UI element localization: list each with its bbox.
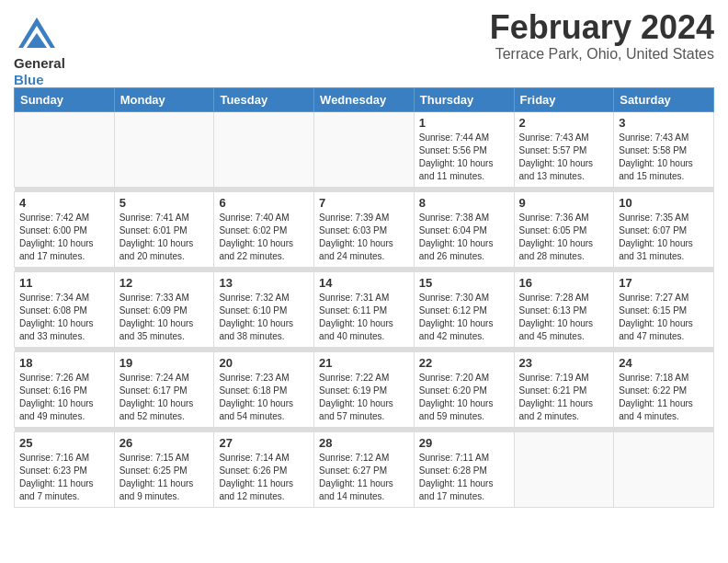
calendar-day-cell: 26Sunrise: 7:15 AM Sunset: 6:25 PM Dayli… [114, 432, 214, 508]
calendar-week-row: 4Sunrise: 7:42 AM Sunset: 6:00 PM Daylig… [15, 192, 714, 268]
calendar-week-row: 18Sunrise: 7:26 AM Sunset: 6:16 PM Dayli… [15, 352, 714, 428]
day-number: 11 [19, 276, 109, 290]
day-number: 5 [119, 196, 210, 210]
weekday-header-sunday: Sunday [15, 88, 115, 112]
day-info: Sunrise: 7:15 AM Sunset: 6:25 PM Dayligh… [119, 452, 210, 503]
day-info: Sunrise: 7:33 AM Sunset: 6:09 PM Dayligh… [119, 292, 210, 343]
day-number: 14 [319, 276, 409, 290]
calendar-day-cell: 18Sunrise: 7:26 AM Sunset: 6:16 PM Dayli… [15, 352, 115, 428]
day-number: 9 [519, 196, 609, 210]
calendar-day-cell: 11Sunrise: 7:34 AM Sunset: 6:08 PM Dayli… [15, 272, 115, 348]
day-number: 7 [319, 196, 409, 210]
calendar-day-cell: 23Sunrise: 7:19 AM Sunset: 6:21 PM Dayli… [514, 352, 614, 428]
calendar-day-cell: 8Sunrise: 7:38 AM Sunset: 6:04 PM Daylig… [414, 192, 514, 268]
calendar-week-row: 11Sunrise: 7:34 AM Sunset: 6:08 PM Dayli… [15, 272, 714, 348]
calendar-day-cell: 29Sunrise: 7:11 AM Sunset: 6:28 PM Dayli… [414, 432, 514, 508]
calendar-day-cell [314, 112, 415, 188]
day-info: Sunrise: 7:38 AM Sunset: 6:04 PM Dayligh… [419, 212, 509, 263]
day-info: Sunrise: 7:26 AM Sunset: 6:16 PM Dayligh… [19, 372, 109, 423]
calendar-day-cell: 2Sunrise: 7:43 AM Sunset: 5:57 PM Daylig… [514, 112, 614, 188]
calendar-day-cell: 5Sunrise: 7:41 AM Sunset: 6:01 PM Daylig… [114, 192, 214, 268]
calendar-day-cell: 24Sunrise: 7:18 AM Sunset: 6:22 PM Dayli… [614, 352, 714, 428]
calendar-day-cell: 21Sunrise: 7:22 AM Sunset: 6:19 PM Dayli… [314, 352, 415, 428]
calendar-day-cell: 1Sunrise: 7:44 AM Sunset: 5:56 PM Daylig… [414, 112, 514, 188]
calendar-day-cell: 7Sunrise: 7:39 AM Sunset: 6:03 PM Daylig… [314, 192, 415, 268]
calendar-day-cell: 27Sunrise: 7:14 AM Sunset: 6:26 PM Dayli… [214, 432, 314, 508]
calendar-day-cell: 20Sunrise: 7:23 AM Sunset: 6:18 PM Dayli… [214, 352, 314, 428]
day-info: Sunrise: 7:20 AM Sunset: 6:20 PM Dayligh… [419, 372, 509, 423]
day-number: 20 [219, 356, 309, 370]
day-number: 12 [119, 276, 210, 290]
day-info: Sunrise: 7:35 AM Sunset: 6:07 PM Dayligh… [619, 212, 709, 263]
day-info: Sunrise: 7:27 AM Sunset: 6:15 PM Dayligh… [619, 292, 709, 343]
day-number: 3 [619, 116, 709, 130]
day-info: Sunrise: 7:40 AM Sunset: 6:02 PM Dayligh… [219, 212, 309, 263]
calendar-day-cell: 28Sunrise: 7:12 AM Sunset: 6:27 PM Dayli… [314, 432, 415, 508]
day-info: Sunrise: 7:36 AM Sunset: 6:05 PM Dayligh… [519, 212, 609, 263]
page-header: February 2024 Terrace Park, Ohio, United… [14, 9, 714, 63]
calendar-week-row: 25Sunrise: 7:16 AM Sunset: 6:23 PM Dayli… [15, 432, 714, 508]
day-number: 22 [419, 356, 509, 370]
day-number: 24 [619, 356, 709, 370]
month-year-title: February 2024 [14, 9, 714, 46]
day-number: 15 [419, 276, 509, 290]
day-info: Sunrise: 7:12 AM Sunset: 6:27 PM Dayligh… [319, 452, 409, 503]
calendar-day-cell: 19Sunrise: 7:24 AM Sunset: 6:17 PM Dayli… [114, 352, 214, 428]
day-info: Sunrise: 7:34 AM Sunset: 6:08 PM Dayligh… [19, 292, 109, 343]
calendar-day-cell: 25Sunrise: 7:16 AM Sunset: 6:23 PM Dayli… [15, 432, 115, 508]
logo-blue: Blue [14, 72, 44, 87]
day-number: 25 [19, 436, 109, 450]
day-info: Sunrise: 7:24 AM Sunset: 6:17 PM Dayligh… [119, 372, 210, 423]
calendar-day-cell: 22Sunrise: 7:20 AM Sunset: 6:20 PM Dayli… [414, 352, 514, 428]
day-number: 4 [19, 196, 109, 210]
day-number: 17 [619, 276, 709, 290]
day-number: 29 [419, 436, 509, 450]
calendar-day-cell: 12Sunrise: 7:33 AM Sunset: 6:09 PM Dayli… [114, 272, 214, 348]
day-info: Sunrise: 7:11 AM Sunset: 6:28 PM Dayligh… [419, 452, 509, 503]
calendar-day-cell: 4Sunrise: 7:42 AM Sunset: 6:00 PM Daylig… [15, 192, 115, 268]
day-info: Sunrise: 7:31 AM Sunset: 6:11 PM Dayligh… [319, 292, 409, 343]
day-info: Sunrise: 7:43 AM Sunset: 5:58 PM Dayligh… [619, 132, 709, 183]
day-number: 19 [119, 356, 210, 370]
calendar-day-cell: 15Sunrise: 7:30 AM Sunset: 6:12 PM Dayli… [414, 272, 514, 348]
calendar-week-row: 1Sunrise: 7:44 AM Sunset: 5:56 PM Daylig… [15, 112, 714, 188]
calendar-day-cell: 16Sunrise: 7:28 AM Sunset: 6:13 PM Dayli… [514, 272, 614, 348]
day-number: 1 [419, 116, 509, 130]
day-info: Sunrise: 7:19 AM Sunset: 6:21 PM Dayligh… [519, 372, 609, 423]
calendar-day-cell: 9Sunrise: 7:36 AM Sunset: 6:05 PM Daylig… [514, 192, 614, 268]
day-number: 6 [219, 196, 309, 210]
day-number: 16 [519, 276, 609, 290]
calendar-day-cell [614, 432, 714, 508]
day-number: 21 [319, 356, 409, 370]
calendar-day-cell: 6Sunrise: 7:40 AM Sunset: 6:02 PM Daylig… [214, 192, 314, 268]
logo-general: General [14, 55, 65, 71]
weekday-header-monday: Monday [114, 88, 214, 112]
day-info: Sunrise: 7:16 AM Sunset: 6:23 PM Dayligh… [19, 452, 109, 503]
day-number: 10 [619, 196, 709, 210]
calendar-day-cell [214, 112, 314, 188]
day-info: Sunrise: 7:30 AM Sunset: 6:12 PM Dayligh… [419, 292, 509, 343]
calendar-day-cell: 13Sunrise: 7:32 AM Sunset: 6:10 PM Dayli… [214, 272, 314, 348]
day-number: 18 [19, 356, 109, 370]
day-number: 23 [519, 356, 609, 370]
calendar-header-row: SundayMondayTuesdayWednesdayThursdayFrid… [15, 88, 714, 112]
day-info: Sunrise: 7:14 AM Sunset: 6:26 PM Dayligh… [219, 452, 309, 503]
day-number: 28 [319, 436, 409, 450]
day-number: 2 [519, 116, 609, 130]
calendar-day-cell [514, 432, 614, 508]
day-info: Sunrise: 7:18 AM Sunset: 6:22 PM Dayligh… [619, 372, 709, 423]
weekday-header-wednesday: Wednesday [314, 88, 415, 112]
calendar-day-cell: 10Sunrise: 7:35 AM Sunset: 6:07 PM Dayli… [614, 192, 714, 268]
day-info: Sunrise: 7:44 AM Sunset: 5:56 PM Dayligh… [419, 132, 509, 183]
calendar-day-cell: 17Sunrise: 7:27 AM Sunset: 6:15 PM Dayli… [614, 272, 714, 348]
day-info: Sunrise: 7:43 AM Sunset: 5:57 PM Dayligh… [519, 132, 609, 183]
calendar-day-cell: 14Sunrise: 7:31 AM Sunset: 6:11 PM Dayli… [314, 272, 415, 348]
day-info: Sunrise: 7:41 AM Sunset: 6:01 PM Dayligh… [119, 212, 210, 263]
weekday-header-tuesday: Tuesday [214, 88, 314, 112]
day-info: Sunrise: 7:32 AM Sunset: 6:10 PM Dayligh… [219, 292, 309, 343]
calendar-table: SundayMondayTuesdayWednesdayThursdayFrid… [14, 87, 714, 508]
calendar-day-cell [114, 112, 214, 188]
day-number: 27 [219, 436, 309, 450]
logo: General Blue [14, 13, 65, 87]
location-subtitle: Terrace Park, Ohio, United States [14, 46, 714, 63]
